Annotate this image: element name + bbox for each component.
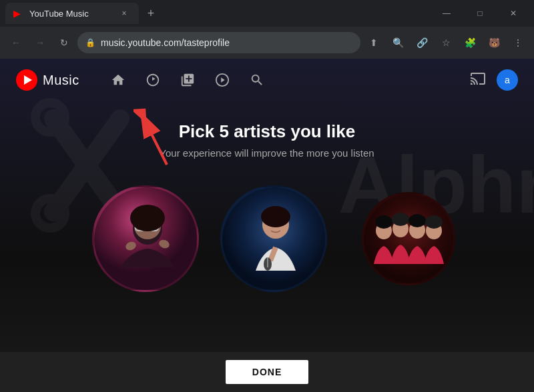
yt-music-logo[interactable]: Music	[16, 69, 79, 91]
svg-point-26	[392, 213, 409, 226]
svg-point-12	[130, 205, 165, 231]
svg-point-15	[222, 187, 327, 292]
artist-circle-2[interactable]	[220, 185, 327, 292]
play-nav-icon[interactable]	[210, 68, 234, 92]
yt-logo-text: Music	[43, 73, 79, 88]
bookmark-icon[interactable]: ☆	[435, 32, 457, 53]
app-content: Alphr Music	[0, 59, 534, 392]
url-text: music.youtube.com/tasteprofile	[101, 37, 352, 48]
back-button[interactable]: ←	[5, 32, 27, 53]
extensions-icon[interactable]: 🧩	[459, 32, 481, 53]
play-icon	[24, 75, 32, 85]
svg-point-30	[425, 215, 443, 229]
cast-icon[interactable]	[470, 71, 486, 90]
new-tab-button[interactable]: +	[142, 4, 160, 23]
address-bar-row: ← → ↻ 🔒 music.youtube.com/tasteprofile ⬆…	[0, 27, 534, 59]
tab-title: YouTube Music	[29, 9, 112, 19]
done-button[interactable]: DONE	[226, 360, 308, 384]
active-tab[interactable]: ▶ YouTube Music ×	[5, 3, 139, 24]
yt-music-header: Music	[0, 59, 534, 101]
pick-subtitle: Your experience will improve the more yo…	[160, 147, 374, 159]
user-avatar[interactable]: a	[497, 69, 518, 91]
header-right: a	[470, 69, 518, 91]
tab-favicon: ▶	[13, 8, 24, 19]
svg-point-24	[375, 215, 392, 229]
library-nav-icon[interactable]	[176, 68, 200, 92]
zoom-icon[interactable]: 🔍	[387, 32, 409, 53]
artist-circle-3[interactable]	[362, 192, 455, 285]
menu-icon[interactable]: ⋮	[507, 32, 529, 53]
browser-chrome: ▶ YouTube Music × + — □ ✕ ← → ↻ 🔒 music.…	[0, 0, 534, 59]
done-bar: DONE	[0, 352, 534, 392]
browser-toolbar: ⬆ 🔍 🔗 ☆ 🧩 🐻 ⋮	[363, 32, 529, 53]
svg-point-18	[269, 206, 282, 217]
yt-logo-icon	[16, 69, 37, 91]
maximize-button[interactable]: □	[465, 0, 495, 27]
tab-close-button[interactable]: ×	[117, 7, 131, 20]
reload-button[interactable]: ↻	[53, 32, 75, 53]
profile-icon[interactable]: 🐻	[483, 32, 505, 53]
close-button[interactable]: ✕	[498, 0, 529, 27]
yt-navigation	[106, 68, 269, 92]
pick-title: Pick 5 artists you like	[179, 121, 355, 142]
explore-nav-icon[interactable]	[141, 68, 165, 92]
lock-icon: 🔒	[85, 38, 95, 47]
forward-button[interactable]: →	[29, 32, 51, 53]
svg-point-22	[364, 194, 455, 285]
search-nav-icon[interactable]	[245, 68, 269, 92]
main-content: Pick 5 artists you like Your experience …	[0, 101, 534, 292]
download-icon[interactable]: ⬆	[363, 32, 384, 53]
tab-bar: ▶ YouTube Music × + — □ ✕	[0, 0, 534, 27]
home-nav-icon[interactable]	[106, 68, 130, 92]
svg-point-28	[409, 214, 426, 227]
artists-row	[0, 185, 534, 292]
artist-circle-1[interactable]	[92, 185, 199, 292]
minimize-button[interactable]: —	[431, 0, 462, 27]
address-bar[interactable]: 🔒 music.youtube.com/tasteprofile	[77, 32, 360, 53]
share-icon[interactable]: 🔗	[411, 32, 433, 53]
window-controls: — □ ✕	[431, 0, 529, 27]
